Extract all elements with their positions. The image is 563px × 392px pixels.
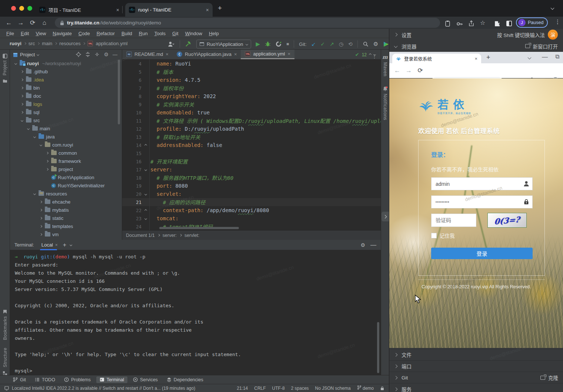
tree-item-framework[interactable]: framework [10, 157, 122, 165]
tree-item-src[interactable]: src [10, 116, 122, 124]
code-line-24[interactable]: 24 # tomcat的URI编码 [122, 222, 381, 231]
home-icon[interactable]: ⌂ [39, 19, 50, 27]
fold-marker[interactable] [143, 144, 148, 146]
event-log-icon[interactable] [4, 386, 9, 391]
tree-chevron-icon[interactable] [40, 143, 42, 146]
toolwindow-terminal[interactable]: Terminal [96, 376, 127, 383]
status-item[interactable]: UTF-8 [272, 386, 285, 391]
share-icon[interactable] [468, 20, 474, 27]
tree-chevron-icon[interactable] [21, 86, 23, 89]
terminal-tab-close-icon[interactable]: × [55, 242, 58, 248]
login-button[interactable]: 登录 [431, 248, 533, 259]
browser-tab[interactable]: ‹t›项目 - TitanIDE× [36, 3, 123, 17]
menu-view[interactable]: View [32, 31, 49, 36]
tree-item-common[interactable]: common [10, 149, 122, 157]
structure-strip-label[interactable]: Structure [3, 348, 8, 367]
editor-crumb[interactable]: Document 1/1 [126, 233, 155, 238]
rollback-icon[interactable]: ⟲ [348, 41, 353, 47]
tree-chevron-icon[interactable] [21, 119, 23, 121]
username-input[interactable] [431, 177, 533, 190]
menu-build[interactable]: Build [118, 31, 136, 36]
section-Git[interactable]: Git克隆 [389, 372, 563, 383]
breadcrumb-item[interactable]: ruoyi [10, 41, 21, 46]
menu-file[interactable]: File [3, 31, 17, 36]
status-item[interactable]: CRLF [254, 386, 266, 391]
git-commit-icon[interactable]: ✓ [320, 41, 325, 47]
extensions-puzzle-icon[interactable] [494, 20, 500, 27]
code-line-23[interactable]: 23 tomcat: [122, 214, 381, 222]
editor-breadcrumbs[interactable]: Document 1/1server:servlet: [122, 230, 381, 240]
toolwindow-services[interactable]: Services [130, 376, 161, 383]
open-new-window-label[interactable]: 新窗口打开 [533, 43, 558, 50]
tree-item-.idea[interactable]: .idea [10, 76, 122, 84]
grid-icon[interactable] [3, 370, 7, 374]
tree-item-RuoYiApplication[interactable]: RuoYiApplication [10, 173, 122, 181]
browser-menu-icon[interactable]: ⋮ [555, 19, 560, 25]
editor-hscrollbar[interactable] [159, 227, 239, 229]
tree-chevron-icon[interactable] [21, 78, 23, 81]
bookmark-star-icon[interactable]: ☆ [480, 19, 485, 26]
project-tool-icon[interactable] [3, 53, 7, 58]
terminal-settings-gear-icon[interactable]: ⚙ [360, 242, 365, 248]
status-message[interactable]: Localized IntelliJ IDEA 2022.2.2 is avai… [12, 386, 195, 391]
terminal-tab-local[interactable]: Local × [38, 240, 59, 250]
captcha-image[interactable]: 0(3=? [487, 213, 527, 228]
tab-close-icon[interactable]: × [206, 7, 209, 13]
menu-navigate[interactable]: Navigate [49, 31, 75, 36]
section-文件[interactable]: 文件 [389, 349, 563, 360]
tree-chevron-icon[interactable] [46, 160, 49, 162]
bookmark-icon[interactable] [3, 309, 7, 313]
window-minimize-button[interactable] [19, 6, 24, 11]
menu-tools[interactable]: Tools [151, 31, 169, 36]
tab-close-icon[interactable]: × [116, 7, 119, 13]
tree-item-RuoYiServletInitializer[interactable]: RuoYiServletInitializer [10, 181, 122, 190]
fold-icon[interactable] [144, 209, 147, 211]
notifications-strip-label[interactable]: Notifications [383, 94, 388, 120]
debug-bug-icon[interactable] [265, 41, 271, 47]
tree-chevron-icon[interactable] [46, 168, 49, 170]
breadcrumb-item[interactable]: application.yml [96, 41, 127, 46]
breadcrumb-item[interactable]: resources [59, 41, 80, 46]
menu-window[interactable]: Window [182, 31, 206, 36]
run-configuration-select[interactable]: RuoYiApplication [196, 40, 251, 48]
tree-chevron-icon[interactable] [46, 151, 49, 154]
fold-icon[interactable] [144, 144, 147, 146]
password-key-icon[interactable] [456, 21, 463, 27]
search-icon[interactable] [363, 41, 369, 47]
clone-button[interactable]: 克隆 [548, 374, 558, 381]
browser-section-header[interactable]: 浏览器 新窗口打开 [389, 40, 563, 52]
settings-gear-icon[interactable]: ⚙ [373, 41, 378, 47]
code-line-13[interactable]: 13 # 获取ip地址开关 [122, 133, 381, 141]
tree-item-ruoyi[interactable]: ruoyi~/workspace/ruoyi [10, 59, 122, 67]
tree-chevron-icon[interactable] [40, 225, 42, 227]
code-line-19[interactable]: 19 port: 8080 [122, 182, 381, 190]
embedded-tabs-chevron-icon[interactable] [528, 56, 532, 60]
user-icon[interactable] [167, 41, 175, 47]
fold-marker[interactable] [143, 193, 148, 195]
tree-chevron-icon[interactable] [40, 200, 42, 203]
tree-item-doc[interactable]: doc [10, 92, 122, 100]
embedded-new-tab-icon[interactable]: + [486, 54, 490, 61]
password-input[interactable] [431, 195, 533, 208]
fold-marker[interactable] [143, 218, 148, 220]
menu-edit[interactable]: Edit [17, 31, 32, 36]
embedded-browser-tab[interactable]: 登录若依系统 × [392, 54, 481, 63]
tree-item-templates[interactable]: templates [10, 222, 122, 230]
embedded-restore-icon[interactable]: ⧉ [555, 53, 559, 60]
reload-icon[interactable]: ⟳ [27, 19, 39, 27]
toolwindow-todo[interactable]: TODO [31, 376, 59, 383]
menu-code[interactable]: Code [75, 31, 93, 36]
tree-chevron-icon[interactable] [21, 70, 23, 73]
menu-help[interactable]: Help [206, 31, 222, 36]
fold-marker[interactable] [143, 210, 148, 211]
code-line-6[interactable]: 6 version: 4.7.5 [122, 76, 381, 84]
tree-chevron-icon[interactable] [21, 111, 23, 113]
split-window-icon[interactable] [506, 20, 512, 27]
project-scrollbar[interactable] [118, 60, 120, 124]
stop-icon[interactable]: ■ [286, 41, 289, 47]
section-服务[interactable]: 服务 [389, 383, 563, 392]
fold-icon[interactable] [144, 168, 147, 171]
collapse-all-icon[interactable] [94, 52, 100, 57]
editor-tab-application.yml[interactable]: application.yml× [241, 50, 294, 59]
locate-target-icon[interactable] [76, 52, 81, 57]
